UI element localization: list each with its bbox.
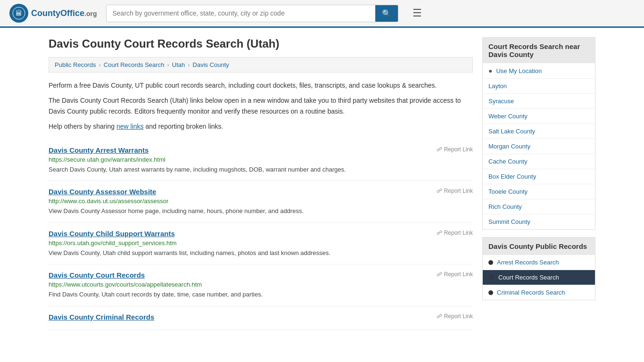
report-link[interactable]: ☍ Report Link [437, 230, 473, 236]
sidebar-item-layton[interactable]: Layton [483, 79, 595, 94]
record-url[interactable]: http://www.co.davis.ut.us/assessor/asses… [49, 197, 473, 205]
sidebar-item-syracuse[interactable]: Syracuse [483, 94, 595, 109]
breadcrumb-utah[interactable]: Utah [172, 61, 185, 68]
sidebar-item-cache-county[interactable]: Cache County [483, 154, 595, 169]
record-desc: Find Davis County, Utah court records by… [49, 290, 473, 299]
record-url[interactable]: https://secure.utah.gov/warrants/index.h… [49, 156, 473, 163]
description-para2: The Davis County Court Records Search (U… [49, 95, 473, 116]
use-my-location[interactable]: ● Use My Location [483, 63, 595, 79]
building-icon: 🏚 [488, 274, 495, 281]
sidebar-item-criminal-records[interactable]: Criminal Records Search [483, 285, 595, 300]
records-list: Davis County Arrest Warrants ☍ Report Li… [49, 140, 473, 330]
record-title[interactable]: Davis County Arrest Warrants [49, 146, 149, 154]
main-content: Davis County Court Records Search (Utah)… [49, 37, 473, 330]
report-link[interactable]: ☍ Report Link [437, 313, 473, 320]
record-title[interactable]: Davis County Criminal Records [49, 313, 154, 321]
menu-icon[interactable]: ☰ [413, 7, 422, 19]
record-url[interactable]: https://ors.utah.gov/child_support_servi… [49, 239, 473, 247]
record-desc: View Davis County Assessor home page, in… [49, 206, 473, 216]
location-icon: ● [488, 67, 492, 74]
search-input[interactable] [107, 6, 375, 21]
breadcrumb-public-records[interactable]: Public Records [55, 61, 96, 68]
sidebar-item-morgan-county[interactable]: Morgan County [483, 139, 595, 154]
record-item: Davis County Arrest Warrants ☍ Report Li… [49, 140, 473, 181]
report-link[interactable]: ☍ Report Link [437, 271, 473, 278]
page-title: Davis County Court Records Search (Utah) [49, 37, 473, 50]
report-link[interactable]: ☍ Report Link [437, 146, 473, 153]
public-records-section-title: Davis County Public Records [483, 238, 595, 255]
sidebar-item-court-records[interactable]: 🏚 Court Records Search [483, 270, 595, 285]
page-container: Davis County Court Records Search (Utah)… [39, 28, 605, 339]
new-links-link[interactable]: new links [116, 123, 144, 130]
dot-icon [488, 290, 493, 295]
logo-icon: 🏛 [9, 4, 28, 23]
description-para1: Perform a free Davis County, UT public c… [49, 80, 473, 90]
svg-text:🏛: 🏛 [16, 9, 22, 17]
sidebar-item-summit-county[interactable]: Summit County [483, 214, 595, 229]
public-records-section: Davis County Public Records Arrest Recor… [482, 237, 595, 300]
logo-text: CountyOffice.org [31, 8, 97, 18]
search-bar: 🔍 [106, 5, 398, 22]
description-para3: Help others by sharing new links and rep… [49, 121, 473, 132]
sidebar-item-rich-county[interactable]: Rich County [483, 199, 595, 214]
logo[interactable]: 🏛 CountyOffice.org [9, 4, 97, 23]
use-my-location-link[interactable]: Use My Location [496, 67, 542, 74]
search-button[interactable]: 🔍 [375, 5, 398, 22]
record-title[interactable]: Davis County Assessor Website [49, 188, 156, 196]
sidebar-item-box-elder-county[interactable]: Box Elder County [483, 169, 595, 184]
breadcrumb: Public Records › Court Records Search › … [49, 57, 473, 73]
record-item: Davis County Court Records ☍ Report Link… [49, 264, 473, 306]
record-item: Davis County Child Support Warrants ☍ Re… [49, 223, 473, 265]
sidebar-item-tooele-county[interactable]: Tooele County [483, 184, 595, 199]
sidebar-item-weber-county[interactable]: Weber County [483, 109, 595, 124]
record-item: Davis County Assessor Website ☍ Report L… [49, 181, 473, 223]
dot-icon [488, 260, 493, 265]
sidebar-item-arrest-records[interactable]: Arrest Records Search [483, 255, 595, 270]
breadcrumb-davis-county[interactable]: Davis County [193, 61, 229, 68]
record-desc: Search Davis County, Utah arrest warrant… [49, 165, 473, 174]
sidebar: Court Records Search near Davis County ●… [482, 37, 595, 330]
record-title[interactable]: Davis County Court Records [49, 271, 145, 279]
record-url[interactable]: https://www.utcourts.gov/courts/coa/appe… [49, 281, 473, 288]
nearby-section-title: Court Records Search near Davis County [483, 38, 595, 63]
nearby-section: Court Records Search near Davis County ●… [482, 37, 595, 230]
breadcrumb-court-records-search[interactable]: Court Records Search [104, 61, 165, 68]
record-title[interactable]: Davis County Child Support Warrants [49, 230, 175, 238]
sidebar-item-salt-lake-county[interactable]: Salt Lake County [483, 124, 595, 139]
header: 🏛 CountyOffice.org 🔍 ☰ [0, 0, 644, 28]
record-desc: View Davis County, Utah child support wa… [49, 248, 473, 258]
record-item: Davis County Criminal Records ☍ Report L… [49, 306, 473, 330]
report-link[interactable]: ☍ Report Link [437, 188, 473, 194]
